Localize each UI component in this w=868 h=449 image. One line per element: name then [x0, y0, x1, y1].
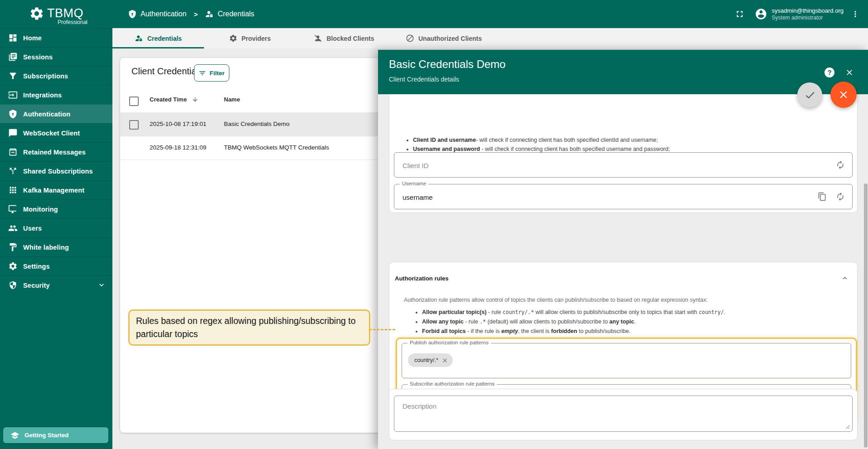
tab-label: Blocked Clients	[326, 35, 374, 42]
breadcrumb-page[interactable]: Credentials	[218, 10, 254, 18]
breadcrumb-section[interactable]: Authentication	[141, 10, 186, 18]
sidebar-item-authentication[interactable]: Authentication	[0, 104, 112, 123]
publish-patterns-field[interactable]: Publish authorization rule patterns coun…	[402, 343, 851, 378]
filter-button[interactable]: Filter	[194, 64, 229, 82]
sidebar: TBMQ Professional Home Sessions Subscrip…	[0, 0, 112, 449]
kebab-menu-icon[interactable]	[851, 10, 860, 19]
sidebar-item-label: Users	[23, 225, 42, 232]
sidebar-item-monitoring[interactable]: Monitoring	[0, 199, 112, 218]
brand-edition: Professional	[58, 19, 87, 25]
chevron-down-icon	[97, 280, 106, 290]
chevron-up-icon[interactable]	[841, 274, 849, 282]
column-header-name[interactable]: Name	[224, 96, 240, 103]
sidebar-item-shared-subscriptions[interactable]: Shared Subscriptions	[0, 161, 112, 180]
sidebar-item-label: Shared Subscriptions	[23, 168, 93, 175]
drawer-subtitle: Client Credentials details	[389, 76, 459, 83]
book-icon	[8, 52, 18, 62]
tab-bar: Credentials Providers Blocked Clients Un…	[112, 28, 868, 48]
cell-created-time: 2025-10-08 17:19:01	[150, 121, 206, 127]
input-icon	[8, 90, 18, 100]
annotation-connector-line	[369, 329, 395, 330]
dashboard-icon	[8, 33, 18, 43]
discard-fab-button[interactable]	[830, 82, 857, 108]
brand-logo[interactable]: TBMQ Professional	[0, 0, 112, 28]
sidebar-item-label: Settings	[23, 263, 50, 270]
sidebar-item-retained-messages[interactable]: Retained Messages	[0, 142, 112, 161]
user-role: System administrator	[772, 14, 844, 21]
client-id-field	[394, 152, 853, 178]
sidebar-item-white-labeling[interactable]: White labeling	[0, 237, 112, 256]
sidebar-item-users[interactable]: Users	[0, 218, 112, 237]
sidebar-item-label: Authentication	[23, 111, 70, 118]
block-icon	[406, 34, 414, 43]
sidebar-item-home[interactable]: Home	[0, 28, 112, 47]
sidebar-item-subscriptions[interactable]: Subscriptions	[0, 66, 112, 85]
sidebar-item-label: Security	[23, 282, 50, 289]
regenerate-icon[interactable]	[836, 160, 845, 169]
active-tab-indicator	[112, 47, 204, 48]
sidebar-item-settings[interactable]: Settings	[0, 256, 112, 275]
tab-credentials[interactable]: Credentials	[112, 28, 204, 48]
sidebar-item-websocket-client[interactable]: WebSocket Client	[0, 123, 112, 142]
sidebar-item-label: Home	[23, 34, 42, 42]
sidebar-item-label: Retained Messages	[23, 149, 86, 156]
drawer-header: Basic Credentials Demo Client Credential…	[378, 50, 868, 94]
shield-lock-icon	[8, 109, 18, 119]
help-icon[interactable]: ?	[824, 68, 834, 77]
breadcrumb-separator: >	[194, 10, 198, 18]
tab-unauthorized-clients[interactable]: Unauthorized Clients	[393, 28, 495, 48]
column-header-created-time[interactable]: Created Time	[150, 96, 187, 103]
school-icon	[10, 431, 19, 440]
select-all-checkbox[interactable]	[129, 97, 139, 106]
sidebar-item-sessions[interactable]: Sessions	[0, 47, 112, 66]
drawer-content: Client ID and username- will check if co…	[378, 94, 868, 449]
sidebar-item-kafka-management[interactable]: Kafka Management	[0, 180, 112, 199]
sidebar-item-security[interactable]: Security	[0, 275, 112, 295]
chat-bubble-icon	[8, 128, 18, 138]
client-id-input[interactable]	[402, 153, 789, 178]
user-block[interactable]: sysadmin@thingsboard.org System administ…	[772, 7, 844, 21]
sidebar-nav: Home Sessions Subscriptions Integrations…	[0, 28, 112, 295]
list-item: Allow any topic - rule .* (default) will…	[422, 319, 725, 325]
sidebar-item-label: WebSocket Client	[23, 130, 80, 137]
authorization-rules-list: Allow particular topic(s) - rule country…	[415, 309, 725, 338]
resize-handle-icon[interactable]	[845, 425, 850, 429]
copy-icon[interactable]	[818, 192, 827, 201]
getting-started-button[interactable]: Getting Started	[3, 427, 108, 443]
regenerate-icon[interactable]	[836, 192, 845, 201]
authorization-rules-title: Authorization rules	[395, 275, 448, 282]
topbar-right: sysadmin@thingsboard.org System administ…	[735, 0, 868, 28]
page-title: Client Credentials	[131, 66, 203, 77]
tab-providers[interactable]: Providers	[204, 28, 296, 48]
cell-name: TBMQ WebSockets MQTT Credentials	[224, 144, 329, 151]
apply-fab-button[interactable]	[797, 82, 822, 107]
credentials-basic-card: Client ID and username- will check if co…	[389, 94, 858, 213]
remove-chip-icon[interactable]	[441, 357, 448, 364]
fullscreen-icon[interactable]	[735, 9, 745, 19]
call-split-icon	[8, 166, 18, 176]
brand-name: TBMQ	[47, 6, 83, 20]
sidebar-item-integrations[interactable]: Integrations	[0, 85, 112, 104]
publish-patterns-label: Publish authorization rule patterns	[407, 340, 491, 345]
username-input[interactable]	[402, 184, 789, 210]
description-input[interactable]	[402, 401, 843, 428]
person-lock-icon	[135, 34, 143, 43]
check-icon	[804, 89, 816, 101]
app-window: TBMQ Professional Home Sessions Subscrip…	[0, 0, 868, 449]
drawer-title: Basic Credentials Demo	[389, 58, 505, 71]
sort-descending-icon[interactable]	[192, 96, 199, 103]
security-shield-icon	[8, 280, 18, 290]
sidebar-item-label: Kafka Management	[23, 187, 84, 194]
scrollbar-thumb[interactable]	[864, 183, 868, 448]
description-card	[389, 389, 858, 440]
pattern-chip[interactable]: country/.*	[408, 353, 453, 367]
list-item: Client ID and username- will check if co…	[413, 137, 702, 143]
sidebar-item-label: Sessions	[23, 53, 53, 61]
row-checkbox[interactable]	[129, 120, 139, 130]
subscribe-patterns-label: Subscribe authorization rule patterns	[407, 381, 497, 386]
filter-button-label: Filter	[209, 70, 224, 77]
close-icon[interactable]	[845, 68, 854, 77]
avatar[interactable]	[755, 8, 767, 20]
tab-blocked-clients[interactable]: Blocked Clients	[296, 28, 393, 48]
apps-grid-icon	[8, 185, 18, 195]
